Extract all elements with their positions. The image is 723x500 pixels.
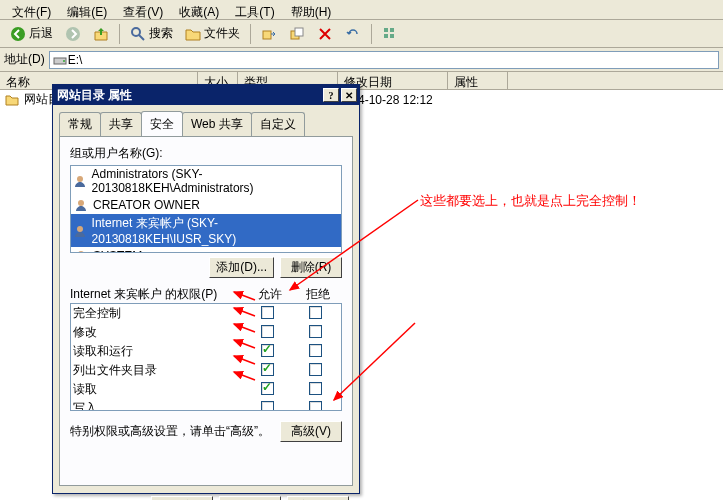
toolbar-separator [371,24,372,44]
menu-view[interactable]: 查看(V) [115,2,171,17]
permission-header: Internet 来宾帐户 的权限(P) 允许 拒绝 [70,286,342,303]
up-button[interactable] [87,24,115,44]
user-icon [73,197,89,213]
tab-custom[interactable]: 自定义 [251,112,305,137]
advanced-button[interactable]: 高级(V) [280,421,342,442]
svg-point-0 [11,27,25,41]
folder-icon [4,92,20,108]
deny-checkbox[interactable] [309,306,322,319]
permission-row: 列出文件夹目录 [71,361,341,380]
svg-point-12 [77,176,83,182]
tab-general[interactable]: 常规 [59,112,101,137]
permission-row: 修改 [71,323,341,342]
deny-checkbox[interactable] [309,363,322,376]
deny-checkbox[interactable] [309,382,322,395]
delete-icon [317,26,333,42]
address-label: 地址(D) [4,51,45,68]
allow-checkbox[interactable] [261,382,274,395]
delete-button[interactable] [311,24,339,44]
svg-point-15 [78,251,84,253]
toolbar-separator [119,24,120,44]
search-label: 搜索 [149,25,173,42]
cancel-button[interactable]: 取消 [219,496,281,500]
user-row[interactable]: Internet 来宾帐户 (SKY-20130818KEH\IUSR_SKY) [71,214,341,247]
move-icon [261,26,277,42]
allow-checkbox[interactable] [261,325,274,338]
group-label: 组或用户名称(G): [70,145,342,162]
user-row[interactable]: SYSTEM [71,247,341,253]
deny-checkbox[interactable] [309,325,322,338]
dialog-buttons: 确定 取消 应用(A) [53,492,359,500]
permission-name: 修改 [73,324,243,341]
address-input[interactable]: E:\ [49,51,719,69]
permission-name: 完全控制 [73,305,243,322]
menu-file[interactable]: 文件(F) [4,2,59,17]
perm-deny-header: 拒绝 [294,286,342,303]
dialog-titlebar[interactable]: 网站目录 属性 ? ✕ [53,85,359,105]
back-icon [10,26,26,42]
svg-rect-5 [295,28,303,36]
close-button[interactable]: ✕ [341,88,357,102]
permission-list: 完全控制修改读取和运行列出文件夹目录读取写入 [70,303,342,411]
permission-name: 读取 [73,381,243,398]
user-name: Administrators (SKY-20130818KEH\Administ… [92,167,340,195]
folders-button[interactable]: 文件夹 [179,23,246,44]
svg-rect-3 [263,31,271,39]
apply-button[interactable]: 应用(A) [287,496,349,500]
perm-allow-header: 允许 [246,286,294,303]
menu-favorites[interactable]: 收藏(A) [171,2,227,17]
user-name: SYSTEM [93,249,142,253]
menu-tools[interactable]: 工具(T) [227,2,282,17]
forward-button[interactable] [59,24,87,44]
permission-name: 列出文件夹目录 [73,362,243,379]
help-button[interactable]: ? [323,88,339,102]
dialog-title: 网站目录 属性 [57,87,132,104]
back-button[interactable]: 后退 [4,23,59,44]
tab-strip: 常规 共享 安全 Web 共享 自定义 [59,111,353,136]
allow-checkbox[interactable] [261,306,274,319]
up-icon [93,26,109,42]
toolbar-separator [250,24,251,44]
toolbar: 后退 搜索 文件夹 [0,20,723,48]
permission-row: 读取和运行 [71,342,341,361]
tab-security[interactable]: 安全 [141,111,183,136]
forward-icon [65,26,81,42]
tab-share[interactable]: 共享 [100,112,142,137]
permission-name: 写入 [73,400,243,411]
search-button[interactable]: 搜索 [124,23,179,44]
svg-rect-9 [390,34,394,38]
address-bar: 地址(D) E:\ [0,48,723,72]
search-icon [130,26,146,42]
permission-row: 读取 [71,380,341,399]
svg-rect-8 [384,34,388,38]
user-name: CREATOR OWNER [93,198,200,212]
user-row[interactable]: CREATOR OWNER [71,196,341,214]
add-button[interactable]: 添加(D)... [209,257,274,278]
undo-button[interactable] [339,24,367,44]
permission-row: 写入 [71,399,341,411]
move-button[interactable] [255,24,283,44]
views-button[interactable] [376,24,404,44]
allow-checkbox[interactable] [261,344,274,357]
folders-label: 文件夹 [204,25,240,42]
tab-webshare[interactable]: Web 共享 [182,112,252,137]
deny-checkbox[interactable] [309,401,322,412]
user-name: Internet 来宾帐户 (SKY-20130818KEH\IUSR_SKY) [92,215,339,246]
deny-checkbox[interactable] [309,344,322,357]
copy-button[interactable] [283,24,311,44]
col-attr[interactable]: 属性 [448,72,508,89]
svg-point-13 [78,200,84,206]
svg-point-1 [66,27,80,41]
remove-button[interactable]: 删除(R) [280,257,342,278]
ok-button[interactable]: 确定 [151,496,213,500]
menu-help[interactable]: 帮助(H) [283,2,340,17]
allow-checkbox[interactable] [261,401,274,412]
annotation-text: 这些都要选上，也就是点上完全控制！ [420,192,641,210]
allow-checkbox[interactable] [261,363,274,376]
menu-edit[interactable]: 编辑(E) [59,2,115,17]
svg-point-11 [63,60,65,62]
user-row[interactable]: Administrators (SKY-20130818KEH\Administ… [71,166,341,196]
user-list[interactable]: Administrators (SKY-20130818KEH\Administ… [70,165,342,253]
svg-point-14 [77,226,83,232]
properties-dialog: 网站目录 属性 ? ✕ 常规 共享 安全 Web 共享 自定义 组或用户名称(G… [52,84,360,494]
